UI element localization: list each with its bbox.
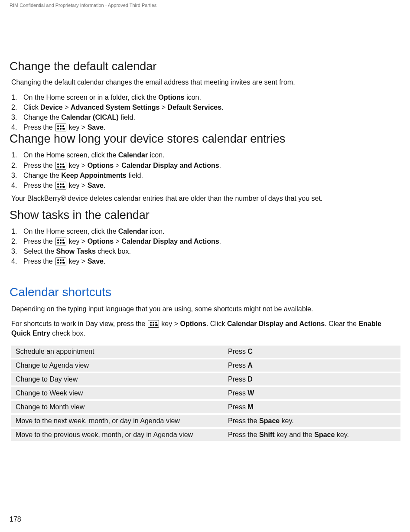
step: Change the Calendar (CICAL) field. <box>11 112 400 122</box>
bold: Save <box>88 258 104 265</box>
text: For shortcuts to work in Day view, press… <box>11 320 147 327</box>
text: On the Home screen, click the <box>23 228 118 235</box>
bold: Options <box>158 94 184 101</box>
text: key <box>68 124 79 131</box>
step: On the Home screen, click the Calendar i… <box>11 150 400 160</box>
text: Press the <box>23 238 55 245</box>
bold: Calendar Display and Actions <box>121 162 219 169</box>
shortcut-action: Change to Week view <box>11 386 224 400</box>
text: On the Home screen or in a folder, click… <box>23 94 158 101</box>
text: Select the <box>23 248 56 255</box>
bold: Default Services <box>168 104 222 111</box>
shortcuts-table: Schedule an appointmentPress CChange to … <box>11 346 400 443</box>
text: > <box>116 238 120 245</box>
paragraph: For shortcuts to work in Day view, press… <box>11 319 400 338</box>
bold: Advanced System Settings <box>71 104 159 111</box>
bold: Options <box>88 238 114 245</box>
text: > <box>162 104 166 111</box>
table-row: Move to the previous week, month, or day… <box>11 428 400 442</box>
table-row: Move to the next week, month, or day in … <box>11 414 400 428</box>
text: Press the <box>23 182 55 189</box>
bold: Save <box>88 182 104 189</box>
text: > <box>81 238 85 245</box>
text: Press the <box>23 162 55 169</box>
bold: Save <box>88 124 104 131</box>
shortcut-action: Change to Day view <box>11 372 224 386</box>
paragraph: Changing the default calendar changes th… <box>11 78 400 87</box>
text: Change the <box>23 172 61 179</box>
menu-key-icon <box>55 162 66 170</box>
table-body: Schedule an appointmentPress CChange to … <box>11 346 400 442</box>
text: > <box>65 104 68 111</box>
shortcut-key: Press D <box>224 372 400 386</box>
step: Select the Show Tasks check box. <box>11 246 400 256</box>
shortcut-action: Move to the next week, month, or day in … <box>11 414 224 428</box>
menu-key-icon <box>55 124 66 131</box>
text: Press the <box>23 258 55 265</box>
text: . Click <box>206 320 227 327</box>
table-row: Change to Month viewPress M <box>11 400 400 414</box>
shortcut-key: Press the Space key. <box>224 414 400 428</box>
text: . Clear the <box>325 320 358 327</box>
shortcut-key: Press M <box>224 400 400 414</box>
text: key <box>68 258 79 265</box>
table-row: Change to Day viewPress D <box>11 372 400 386</box>
bold: Calendar Display and Actions <box>121 238 219 245</box>
shortcut-action: Change to Agenda view <box>11 359 224 372</box>
text: icon. <box>185 94 201 101</box>
bold: Options <box>88 162 114 169</box>
text: > <box>81 258 85 265</box>
paragraph: Your BlackBerry® device deletes calendar… <box>11 194 400 203</box>
text: icon. <box>148 228 164 235</box>
step: Click Device > Advanced System Settings … <box>11 102 400 112</box>
shortcut-action: Change to Month view <box>11 400 224 414</box>
text: icon. <box>148 151 164 159</box>
text: field. <box>127 172 143 179</box>
step: On the Home screen or in a folder, click… <box>11 92 400 102</box>
text: key <box>68 162 79 169</box>
step: Press the key > Options > Calendar Displ… <box>11 236 400 246</box>
text: Click <box>23 104 40 111</box>
step: Press the key > Save. <box>11 180 400 190</box>
steps-list: On the Home screen, click the Calendar i… <box>11 150 400 190</box>
text: field. <box>119 114 135 121</box>
text: > <box>116 162 120 169</box>
text: key <box>68 182 79 189</box>
steps-list: On the Home screen or in a folder, click… <box>11 92 400 133</box>
table-row: Change to Week viewPress W <box>11 386 400 400</box>
text: check box. <box>96 248 131 255</box>
heading-calendar-shortcuts: Calendar shortcuts <box>10 285 400 299</box>
text: > <box>81 124 85 131</box>
shortcut-key: Press W <box>224 386 400 400</box>
heading-show-tasks: Show tasks in the calendar <box>10 209 400 222</box>
table-row: Change to Agenda viewPress A <box>11 359 400 372</box>
heading-store-entries: Change how long your device stores calen… <box>10 132 400 146</box>
shortcut-key: Press C <box>224 346 400 359</box>
text: > <box>81 182 85 189</box>
bold: Calendar (CICAL) <box>61 114 118 121</box>
shortcut-action: Move to the previous week, month, or day… <box>11 428 224 442</box>
menu-key-icon <box>55 258 66 265</box>
steps-list: On the Home screen, click the Calendar i… <box>11 226 400 267</box>
shortcut-key: Press A <box>224 359 400 372</box>
step: Press the key > Save. <box>11 122 400 132</box>
bold: Calendar <box>118 228 148 235</box>
bold: Keep Appointments <box>61 172 127 179</box>
page: RIM Confidential and Proprietary Informa… <box>0 0 410 532</box>
bold: Show Tasks <box>56 248 96 255</box>
step: Press the key > Options > Calendar Displ… <box>11 160 400 170</box>
text: key <box>161 320 172 327</box>
bold: Calendar Display and Actions <box>227 320 325 327</box>
text: > <box>81 162 85 169</box>
text: On the Home screen, click the <box>23 151 118 159</box>
step: Press the key > Save. <box>11 256 400 266</box>
step: Change the Keep Appointments field. <box>11 170 400 180</box>
content: Change the default calendar Changing the… <box>10 8 400 443</box>
text: key <box>68 238 79 245</box>
confidentiality-header: RIM Confidential and Proprietary Informa… <box>10 0 400 8</box>
menu-key-icon <box>55 182 66 189</box>
table-row: Schedule an appointmentPress C <box>11 346 400 359</box>
page-number: 178 <box>10 516 21 523</box>
bold: Options <box>180 320 206 327</box>
text: check box. <box>50 330 85 337</box>
